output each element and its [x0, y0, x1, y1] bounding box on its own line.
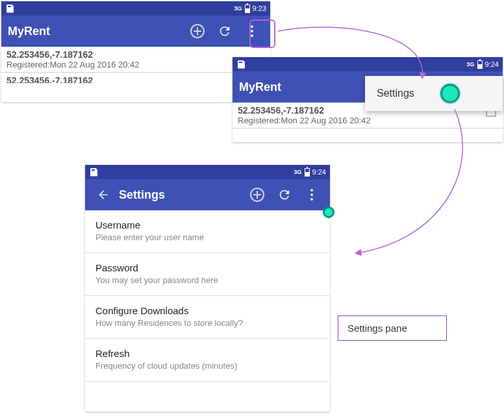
- plus-icon: [250, 188, 264, 202]
- battery-icon: [477, 60, 483, 69]
- app-bar: MyRent: [1, 16, 270, 47]
- row-registered: Registered:Mon 22 Aug 2016 20:42: [6, 60, 265, 69]
- row-coordinates: 52.253456,-7.187162: [6, 75, 265, 83]
- settings-item-title: Password: [95, 262, 320, 273]
- settings-item-downloads[interactable]: Configure Downloads How many Residences …: [85, 296, 330, 339]
- status-bar: 3G 9:24: [233, 57, 503, 71]
- screen-title: Settings: [119, 188, 242, 202]
- network-icon: 3G: [234, 5, 242, 12]
- add-button[interactable]: [246, 183, 269, 206]
- residence-row[interactable]: 52.253456,-7.187162: [1, 73, 270, 86]
- residence-row[interactable]: 52.253456,-7.187162 Registered:Mon 22 Au…: [1, 47, 270, 73]
- settings-item-subtitle: Please enter your user name: [95, 232, 320, 242]
- settings-item-password[interactable]: Password You may set your password here: [85, 253, 330, 296]
- network-icon: 3G: [294, 169, 302, 175]
- clock: 9:23: [253, 5, 266, 12]
- settings-item-username[interactable]: Username Please enter your user name: [85, 210, 330, 253]
- callout-text: Settings pane: [347, 323, 407, 334]
- phone3-frame: 3G 9:24 Settings Username Please enter y…: [85, 165, 330, 412]
- more-icon: [310, 189, 313, 201]
- app-bar: Settings: [85, 179, 330, 210]
- settings-item-subtitle: How many Residences to store locally?: [95, 318, 320, 328]
- plus-icon: [190, 24, 205, 38]
- app-title: MyRent: [8, 25, 182, 38]
- back-button[interactable]: [92, 183, 115, 206]
- refresh-icon: [218, 24, 232, 38]
- settings-item-refresh[interactable]: Refresh Frequency of cloud updates (minu…: [85, 339, 330, 382]
- refresh-button[interactable]: [213, 19, 236, 43]
- battery-icon: [245, 5, 250, 13]
- overflow-menu: Settings: [365, 76, 503, 111]
- callout-label: Settings pane: [338, 315, 447, 341]
- phone1-frame: 3G 9:23 MyRent 52.253456,-7.187162 Regis…: [1, 1, 270, 102]
- add-button[interactable]: [186, 19, 209, 43]
- status-bar: 3G 9:24: [85, 165, 330, 179]
- sdcard-icon: [90, 168, 97, 177]
- network-icon: 3G: [467, 61, 475, 68]
- clock: 9:24: [312, 168, 326, 176]
- touch-indicator-icon: [440, 84, 460, 103]
- settings-item-title: Configure Downloads: [95, 305, 320, 316]
- sdcard-icon: [238, 60, 245, 69]
- settings-item-subtitle: You may set your password here: [95, 275, 320, 285]
- battery-icon: [305, 168, 310, 177]
- refresh-icon: [277, 188, 292, 202]
- settings-item-subtitle: Frequency of cloud updates (minutes): [95, 361, 320, 371]
- refresh-button[interactable]: [273, 183, 296, 206]
- settings-item-title: Username: [95, 219, 320, 230]
- settings-item-title: Refresh: [95, 348, 320, 359]
- back-arrow-icon: [97, 188, 110, 201]
- sdcard-icon: [6, 5, 14, 13]
- touch-indicator-icon: [323, 206, 334, 218]
- row-registered: Registered:Mon 22 Aug 2016 20:42: [238, 116, 498, 125]
- status-bar: 3G 9:23: [1, 1, 270, 16]
- overflow-button[interactable]: [300, 183, 323, 206]
- menu-item-settings[interactable]: Settings: [377, 88, 414, 99]
- row-coordinates: 52.253456,-7.187162: [6, 49, 265, 60]
- more-icon: [251, 25, 253, 37]
- overflow-button[interactable]: [240, 19, 264, 43]
- clock: 9:24: [485, 60, 499, 68]
